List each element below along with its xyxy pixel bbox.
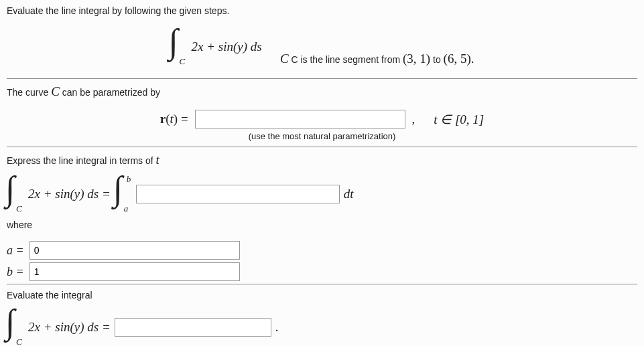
- curve-to-word: to: [433, 54, 444, 65]
- parametrization-input[interactable]: [195, 110, 405, 128]
- param-prefix: The curve: [7, 87, 51, 98]
- problem-statement: ∫ C 2x + sin(y) ds C C is the line segme…: [7, 31, 637, 66]
- integrand-in-t-input[interactable]: [136, 185, 340, 203]
- lhs-integrand: 2x + sin(y) ds =: [28, 187, 111, 201]
- dt-text: dt: [344, 187, 354, 201]
- a-input[interactable]: [29, 241, 240, 260]
- parametrize-label: The curve C can be parametrized by: [7, 84, 637, 99]
- curve-description: C C is the line segment from (3, 1) to (…: [280, 54, 474, 65]
- express-equation-row: ∫ C 2x + sin(y) ds = ∫ a b dt: [7, 178, 637, 210]
- problem-page: Evaluate the line integral by following …: [0, 0, 644, 346]
- integral-sign-icon: ∫ C: [7, 178, 24, 210]
- b-input[interactable]: [29, 262, 240, 281]
- parametrization-row: r(t) = , t ∈ [0, 1]: [7, 110, 637, 128]
- eval-integrand: 2x + sin(y) ds =: [28, 320, 111, 335]
- rhs-lower-a: a: [124, 203, 129, 214]
- divider-3: [7, 284, 637, 284]
- integral-sign-icon: ∫ C: [170, 31, 187, 63]
- curve-desc-prefix: C is the line segment from: [291, 54, 403, 65]
- curve-to: (6, 5).: [444, 52, 474, 66]
- express-var: t: [156, 153, 159, 167]
- curve-letter: C: [280, 52, 289, 66]
- integral-sign-icon: ∫ C: [7, 311, 24, 343]
- t-domain: t ∈ [0, 1]: [434, 112, 484, 127]
- evaluate-label: Evaluate the integral: [7, 290, 637, 300]
- rhs-upper-b: b: [127, 174, 131, 185]
- lhs-lower-C: C: [16, 203, 22, 214]
- eval-period: .: [275, 320, 279, 335]
- b-row: b =: [7, 262, 637, 281]
- integrand-text: 2x + sin(y) ds: [191, 39, 261, 54]
- where-label: where: [7, 220, 637, 230]
- parametrization-hint: (use the most natural parametrization): [7, 131, 637, 141]
- a-row: a =: [7, 241, 637, 260]
- a-equals: a =: [7, 244, 24, 258]
- param-curve-letter: C: [51, 84, 60, 98]
- divider-2: [7, 147, 637, 147]
- eval-lower-C: C: [16, 337, 22, 346]
- lhs-integral: ∫ C 2x + sin(y) ds =: [7, 178, 111, 210]
- b-equals: b =: [7, 265, 24, 279]
- param-comma: ,: [412, 112, 415, 126]
- r-of-t-equals: r(t) =: [160, 112, 188, 126]
- express-label: Express the line integral in terms of t: [7, 153, 637, 167]
- eval-integral: ∫ C 2x + sin(y) ds =: [7, 311, 111, 343]
- result-input[interactable]: [115, 318, 271, 337]
- integral-sign-ab-icon: ∫ a b: [115, 178, 132, 210]
- evaluate-row: ∫ C 2x + sin(y) ds = .: [7, 311, 637, 343]
- integral-lower-C: C: [179, 56, 185, 67]
- divider-1: [7, 78, 637, 79]
- param-suffix: can be parametrized by: [60, 87, 160, 98]
- instruction-text: Evaluate the line integral by following …: [7, 5, 637, 16]
- integral-expression: ∫ C 2x + sin(y) ds: [170, 31, 261, 63]
- curve-from: (3, 1): [403, 52, 430, 66]
- express-prefix: Express the line integral in terms of: [7, 155, 156, 166]
